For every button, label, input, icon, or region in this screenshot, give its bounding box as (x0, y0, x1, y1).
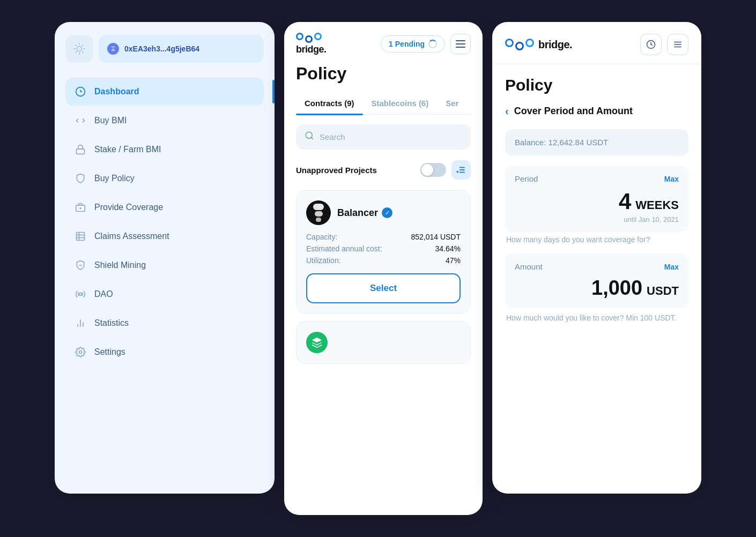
search-icon (305, 131, 314, 143)
pending-button[interactable]: 1 Pending (381, 35, 445, 53)
mid-panel: bridge. 1 Pending Policy Contracts (9) (284, 22, 483, 515)
menu-button-right[interactable] (667, 34, 688, 55)
svg-point-25 (79, 351, 82, 354)
back-chevron-icon[interactable]: ‹ (505, 105, 509, 117)
wave-2 (515, 42, 524, 50)
right-header: bridge. (492, 22, 701, 64)
amount-box: Amount Max 1,000 USDT (505, 253, 688, 308)
wallet-button[interactable]: Ξ 0xEA3eh3...4g5jeB64 (99, 35, 264, 63)
tabs: Contracts (9) Stablecoins (6) Ser (296, 93, 471, 115)
nav-list: Dashboard Buy BMI Stake / Farm BMI Buy P… (65, 78, 264, 366)
sidebar-item-settings[interactable]: Settings (65, 338, 264, 366)
capacity-value: 852,014 USDT (411, 233, 461, 241)
provide-coverage-icon (74, 201, 87, 214)
sidebar-item-dashboard[interactable]: Dashboard (65, 78, 264, 106)
coverage-hint: How many days do you want coverage for? (505, 235, 688, 244)
sidebar-item-label: Stake / Farm BMI (94, 145, 161, 154)
history-button[interactable] (640, 34, 662, 55)
logo-waves (296, 33, 327, 43)
annual-value: 34.64% (435, 244, 461, 253)
period-label: Period (515, 174, 538, 183)
mid-header-right: 1 Pending (381, 34, 471, 54)
back-row: ‹ Cover Period and Amount (505, 105, 688, 117)
buy-policy-icon (74, 172, 87, 185)
amount-number: 1,000 (591, 277, 642, 300)
right-body: Policy ‹ Cover Period and Amount Balance… (492, 64, 701, 494)
right-logo-text: bridge. (538, 39, 572, 51)
theme-toggle-button[interactable] (65, 35, 93, 63)
sidebar-item-label: DAO (94, 289, 113, 299)
stat-row: Utilization: 47% (306, 256, 461, 265)
sidebar-item-dao[interactable]: DAO (65, 280, 264, 308)
menu-line (456, 47, 465, 48)
back-label: Cover Period and Amount (514, 106, 633, 117)
spinner-icon (428, 40, 437, 48)
statistics-icon (74, 317, 87, 330)
search-box[interactable]: Search (296, 124, 471, 150)
sidebar-item-label: Shield Mining (94, 260, 146, 270)
policy-title: Policy (296, 64, 471, 84)
svg-point-26 (306, 132, 312, 138)
svg-line-4 (83, 52, 83, 53)
period-max-link[interactable]: Max (664, 175, 679, 183)
annual-label: Estimated annual cost: (306, 244, 382, 253)
claims-icon (74, 230, 87, 243)
eth-icon: Ξ (107, 43, 119, 55)
sort-button[interactable] (451, 160, 471, 180)
right-panel: bridge. Policy ‹ Cover Period and Amount… (492, 22, 701, 494)
svg-rect-12 (77, 149, 85, 154)
right-header-actions (640, 34, 688, 55)
sidebar-item-claims[interactable]: Claims Assessment (65, 222, 264, 250)
period-unit: WEEKS (635, 198, 679, 212)
card-name-row: Balancer ✓ (337, 207, 392, 219)
period-box: Period Max 4 WEEKS until Jan 10, 2021 (505, 166, 688, 232)
menu-line (456, 40, 465, 41)
contract-name: Balancer (337, 207, 378, 219)
select-button[interactable]: Select (306, 273, 461, 303)
period-date: until Jan 10, 2021 (515, 215, 679, 223)
stat-row: Estimated annual cost: 34.64% (306, 244, 461, 253)
sidebar-item-label: Settings (94, 347, 125, 357)
sidebar-item-label: Provide Coverage (94, 203, 163, 212)
next-card-peek (296, 321, 471, 364)
svg-rect-16 (77, 233, 85, 241)
balancer-icon (306, 200, 331, 225)
tab-services[interactable]: Ser (437, 93, 467, 114)
unapproved-toggle[interactable] (420, 163, 446, 177)
sidebar-item-label: Statistics (94, 318, 129, 328)
svg-point-21 (79, 293, 82, 296)
sidebar-item-buy-bmi[interactable]: Buy BMI (65, 107, 264, 135)
menu-button[interactable] (450, 34, 471, 54)
balance-text: Balance: 12,642.84 USDT (515, 138, 608, 147)
svg-line-8 (83, 45, 83, 46)
sidebar-item-label: Buy BMI (94, 116, 127, 125)
sidebar-item-label: Buy Policy (94, 174, 135, 183)
sidebar-item-buy-policy[interactable]: Buy Policy (65, 165, 264, 192)
tab-stablecoins[interactable]: Stablecoins (6) (363, 93, 438, 114)
sidebar-item-shield-mining[interactable]: Shield Mining (65, 251, 264, 279)
sidebar-item-provide-coverage[interactable]: Provide Coverage (65, 193, 264, 221)
contract-card: Balancer ✓ Capacity: 852,014 USDT Estima… (296, 190, 471, 314)
settings-icon (74, 346, 87, 359)
wave-2 (305, 35, 313, 43)
svg-line-7 (76, 52, 76, 53)
amount-max-link[interactable]: Max (664, 263, 679, 271)
card-stats: Capacity: 852,014 USDT Estimated annual … (306, 233, 461, 265)
svg-point-0 (77, 46, 81, 51)
bridge-logo: bridge. (296, 33, 327, 55)
tab-contracts[interactable]: Contracts (9) (296, 93, 363, 114)
sidebar-item-statistics[interactable]: Statistics (65, 309, 264, 337)
sidebar-item-stake[interactable]: Stake / Farm BMI (65, 136, 264, 163)
wallet-address: 0xEA3eh3...4g5jeB64 (124, 44, 199, 53)
filter-right (420, 160, 471, 180)
left-panel: Ξ 0xEA3eh3...4g5jeB64 Dashboard Buy BMI (55, 22, 275, 494)
right-logo-waves (505, 39, 534, 50)
wave-1 (296, 33, 303, 40)
utilization-value: 47% (446, 256, 461, 265)
svg-line-27 (311, 137, 313, 139)
filter-row: Unapproved Projects (296, 160, 471, 180)
balance-box: Balance: 12,642.84 USDT (505, 129, 688, 156)
period-value-row: 4 WEEKS (515, 189, 679, 214)
pending-label: 1 Pending (389, 40, 425, 48)
card-header: Balancer ✓ (306, 200, 461, 225)
